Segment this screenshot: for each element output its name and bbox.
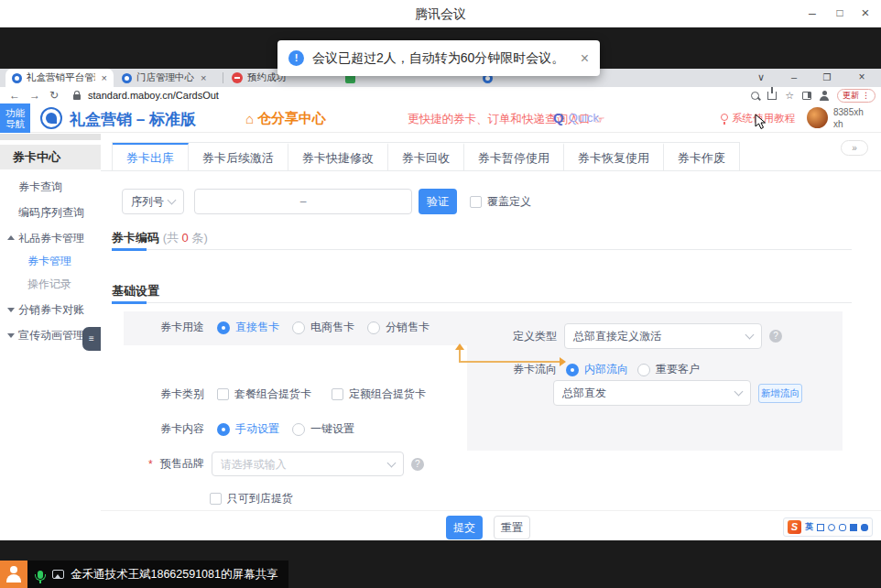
toast-close-icon[interactable]: × [581, 51, 589, 66]
forward-icon[interactable]: → [29, 87, 40, 103]
define-type-row: 定义类型 总部直接定义激活 ? [513, 323, 782, 349]
radio-distribution-sale[interactable]: 分销售卡 [367, 320, 430, 335]
reload-icon[interactable]: ↻ [49, 87, 59, 103]
radio-off-icon[interactable] [292, 321, 305, 334]
share-center-link[interactable]: ⌂ 仓分享中心 [245, 110, 326, 127]
share-icon[interactable] [767, 92, 777, 100]
ime-language-toggle[interactable]: 英 [805, 521, 813, 533]
section-divider [112, 302, 852, 303]
radio-off-icon[interactable] [367, 321, 380, 334]
reset-button[interactable]: 重置 [494, 516, 530, 539]
maximize-button[interactable]: □ [826, 0, 854, 27]
ime-mic-icon[interactable] [828, 524, 835, 531]
checkbox-icon[interactable] [470, 196, 482, 208]
browser-tab-2[interactable]: 门店管理中心 × [115, 69, 220, 87]
ime-toolbox-icon[interactable] [861, 524, 868, 531]
tab-card-resume[interactable]: 券卡恢复使用 [564, 143, 664, 170]
brand-input[interactable] [221, 458, 388, 471]
sidebar-item-card-query[interactable]: 券卡查询 [0, 176, 101, 198]
ime-skin-icon[interactable] [850, 524, 857, 531]
radio-internal-flow[interactable]: 内部流向 [566, 362, 628, 377]
browser-tab-1[interactable]: 礼盒营销平台管理中心 × [5, 69, 114, 87]
tab-card-followup-activate[interactable]: 券卡后续激活 [189, 143, 288, 170]
add-flow-button[interactable]: 新增流向 [758, 384, 802, 403]
checkbox-icon[interactable] [217, 388, 229, 400]
connector-arrow-vertical [459, 345, 461, 362]
lock-icon[interactable] [73, 94, 81, 100]
menu-dots-icon[interactable]: ⋮ [862, 91, 870, 100]
browser-close-button[interactable]: × [850, 69, 874, 87]
nav-toggle-button[interactable]: 功能 导航 [0, 103, 30, 133]
tab-close-icon[interactable]: × [102, 72, 107, 83]
browser-maximize-button[interactable]: ❐ [815, 69, 839, 87]
serial-range-input[interactable]: – [194, 189, 412, 214]
sidebar-item-card-mgmt[interactable]: 券卡管理 [0, 250, 101, 272]
close-button[interactable]: × [852, 0, 879, 27]
tab-card-suspend[interactable]: 券卡暂停使用 [464, 143, 564, 170]
sogou-logo-icon[interactable]: S [788, 520, 801, 534]
sidebar-group-gift-card-mgmt[interactable]: 礼品券卡管理 [0, 227, 101, 249]
radio-on-icon[interactable] [217, 423, 230, 436]
option-label: 只可到店提货 [227, 491, 293, 506]
caret-down-icon [7, 333, 15, 338]
tab-search-caret-icon[interactable]: ∨ [749, 69, 773, 87]
checkbox-icon[interactable] [210, 493, 222, 505]
verify-button[interactable]: 验证 [419, 189, 457, 214]
browser-minimize-button[interactable]: – [782, 69, 806, 87]
define-type-select[interactable]: 总部直接定义激活 [564, 323, 762, 349]
help-icon[interactable]: ? [769, 330, 782, 343]
radio-important-customer[interactable]: 重要客户 [637, 362, 700, 377]
minimize-button[interactable]: – [799, 0, 826, 27]
zoom-icon[interactable] [751, 92, 759, 100]
serial-row: 序列号 – 验证 覆盖定义 [122, 189, 531, 214]
app-header: 功能 导航 礼盒营销 – 标准版 ⌂ 仓分享中心 更快捷的券卡、订单和快递查询入… [0, 103, 881, 133]
bookmark-star-icon[interactable]: ☆ [785, 91, 794, 101]
tab-close-icon[interactable]: × [201, 72, 206, 83]
basic-title: 基础设置 [112, 284, 159, 298]
profile-icon[interactable] [820, 91, 829, 100]
tabs-more-button[interactable]: » [841, 140, 868, 156]
flow-select[interactable]: 总部直发 [553, 380, 751, 406]
submit-button[interactable]: 提交 [446, 516, 483, 539]
sidebar-item-code-sequence-query[interactable]: 编码序列查询 [0, 201, 101, 223]
serial-type-select[interactable]: 序列号 [122, 189, 184, 214]
url-text[interactable]: standard.maboy.cn/CardsOut [88, 90, 219, 101]
radio-on-icon[interactable] [566, 364, 579, 376]
tab-card-outbound[interactable]: 券卡出库 [113, 143, 189, 170]
radio-direct-sale[interactable]: 直接售卡 [217, 320, 279, 335]
help-icon[interactable]: ? [411, 458, 424, 471]
sidebar-group-distribution-reconcile[interactable]: 分销券卡对账 [0, 299, 101, 321]
tab-card-void[interactable]: 券卡作废 [664, 143, 739, 170]
category-row: 券卡类别 套餐组合提货卡 定额组合提货卡 [160, 387, 426, 402]
user-avatar[interactable] [807, 107, 828, 128]
checkbox-package-combo-card[interactable]: 套餐组合提货卡 [217, 387, 311, 402]
brand-select[interactable] [212, 452, 404, 476]
section-divider [112, 249, 852, 250]
radio-on-icon[interactable] [217, 321, 230, 334]
update-button[interactable]: 更新 ⋮ [837, 89, 876, 103]
meeting-title: 腾讯会议 [0, 0, 881, 27]
checkbox-icon[interactable] [332, 388, 343, 400]
ime-keyboard-icon[interactable] [839, 524, 846, 531]
radio-one-click-setup[interactable]: 一键设置 [292, 421, 354, 437]
tab-card-recycle[interactable]: 券卡回收 [388, 143, 464, 170]
ime-pen-icon[interactable] [817, 524, 824, 531]
checkbox-store-pickup-only[interactable]: 只可到店提货 [210, 491, 293, 506]
sidebar-collapse-handle[interactable]: ≡ [82, 327, 101, 351]
chevron-down-icon [745, 331, 755, 340]
radio-manual-setup[interactable]: 手动设置 [217, 421, 279, 437]
checkbox-fixed-combo-card[interactable]: 定额组合提货卡 [332, 387, 426, 402]
radio-ecommerce-sale[interactable]: 电商售卡 [292, 320, 354, 335]
quick-search[interactable]: Q Quick [553, 110, 599, 125]
meeting-titlebar: 腾讯会议 – □ × [0, 0, 881, 27]
tab-card-quick-modify[interactable]: 券卡快捷修改 [288, 143, 388, 170]
radio-off-icon[interactable] [292, 423, 305, 436]
back-icon[interactable]: ← [9, 87, 20, 103]
content-label: 券卡内容 [160, 421, 204, 437]
flow-row: 券卡流向 内部流向 重要客户 [513, 362, 700, 377]
override-option[interactable]: 覆盖定义 [470, 194, 531, 210]
sidebar-item-operation-log[interactable]: 操作记录 [0, 273, 101, 295]
microphone-icon[interactable] [38, 571, 43, 579]
side-panel-icon[interactable] [802, 92, 811, 100]
radio-off-icon[interactable] [637, 364, 650, 376]
